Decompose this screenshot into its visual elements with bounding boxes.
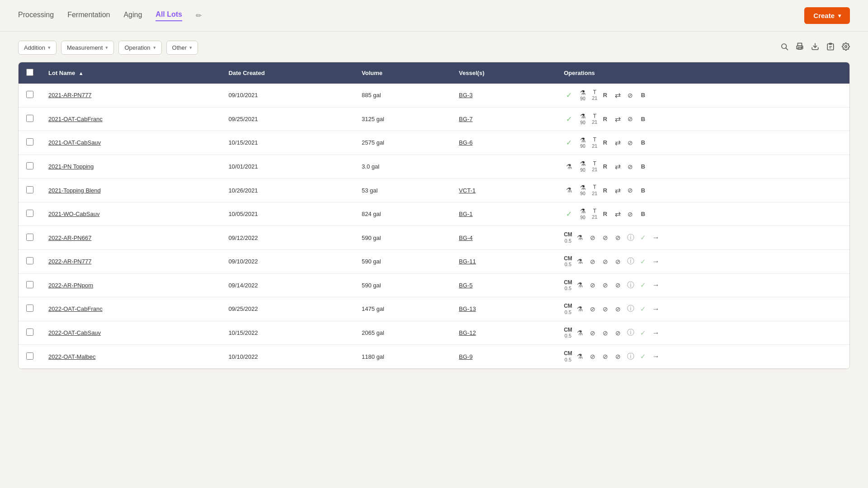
row-checkbox[interactable] — [26, 234, 33, 241]
target-icon-1[interactable]: ⊘ — [588, 304, 598, 314]
lot-name-link[interactable]: 2022-AR-PN667 — [48, 235, 91, 241]
flask-icon[interactable]: ⚗ — [580, 160, 586, 167]
flask-icon[interactable]: ⚗ — [575, 233, 585, 243]
lot-name-link[interactable]: 2021-AR-PN777 — [48, 92, 91, 99]
circle-question-icon[interactable]: ⓘ — [626, 328, 636, 338]
transfer-icon[interactable]: ⇄ — [613, 162, 623, 172]
search-icon[interactable] — [780, 42, 788, 53]
col-lot-name[interactable]: Lot Name ▲ — [41, 62, 221, 84]
check-icon[interactable]: ✓ — [564, 138, 574, 148]
target-icon-1[interactable]: ⊘ — [588, 280, 598, 290]
b-icon[interactable]: B — [638, 209, 648, 219]
flask-icon[interactable]: ⚗ — [575, 257, 585, 267]
lot-name-link[interactable]: 2021-OAT-CabSauv — [48, 139, 101, 146]
print-icon[interactable] — [796, 42, 804, 53]
check-icon[interactable]: ✓ — [564, 114, 574, 124]
check-icon[interactable]: ✓ — [638, 257, 648, 267]
target-icon-1[interactable]: ⊘ — [588, 328, 598, 338]
check-icon[interactable]: ✓ — [564, 90, 574, 100]
flask-icon[interactable]: ⚗ — [580, 184, 586, 191]
flask-icon[interactable]: ⚗ — [575, 304, 585, 314]
target-icon-3[interactable]: ⊘ — [613, 352, 623, 361]
lot-name-link[interactable]: 2021-Topping Blend — [48, 187, 101, 194]
target-icon-1[interactable]: ⊘ — [588, 233, 598, 243]
flask-solo-icon[interactable]: ⚗ — [564, 162, 574, 172]
row-checkbox[interactable] — [26, 305, 33, 312]
target-icon[interactable]: ⊘ — [625, 209, 635, 219]
target-icon-2[interactable]: ⊘ — [600, 233, 610, 243]
row-checkbox[interactable] — [26, 186, 33, 193]
vessel-link[interactable]: BG-7 — [459, 116, 472, 122]
lot-name-link[interactable]: 2022-AR-PNpom — [48, 282, 93, 289]
flask-icon[interactable]: ⚗ — [580, 113, 586, 120]
transfer-icon[interactable]: ⇄ — [613, 90, 623, 100]
target-icon-3[interactable]: ⊘ — [613, 257, 623, 267]
row-checkbox[interactable] — [26, 328, 33, 336]
r-icon[interactable]: R — [600, 138, 610, 148]
edit-icon[interactable]: ✏ — [196, 11, 202, 20]
target-icon[interactable]: ⊘ — [625, 138, 635, 148]
target-icon-2[interactable]: ⊘ — [600, 328, 610, 338]
lot-name-link[interactable]: 2021-OAT-CabFranc — [48, 116, 103, 122]
row-checkbox[interactable] — [26, 281, 33, 288]
target-icon-3[interactable]: ⊘ — [613, 280, 623, 290]
target-icon-3[interactable]: ⊘ — [613, 233, 623, 243]
filter-measurement[interactable]: Measurement ▾ — [61, 41, 114, 55]
circle-question-icon[interactable]: ⓘ — [626, 257, 636, 267]
row-checkbox[interactable] — [26, 115, 33, 122]
r-icon[interactable]: R — [600, 114, 610, 124]
target-icon-3[interactable]: ⊘ — [613, 304, 623, 314]
target-icon-2[interactable]: ⊘ — [600, 352, 610, 361]
flask-icon[interactable]: ⚗ — [580, 137, 586, 144]
flask-icon[interactable]: ⚗ — [575, 352, 585, 361]
arrow-right-icon[interactable]: → — [651, 304, 661, 314]
filter-addition[interactable]: Addition ▾ — [18, 41, 57, 55]
b-icon[interactable]: B — [638, 114, 648, 124]
lot-name-link[interactable]: 2022-OAT-CabSauv — [48, 329, 101, 336]
check-icon[interactable]: ✓ — [638, 233, 648, 243]
r-icon[interactable]: R — [600, 185, 610, 195]
row-checkbox[interactable] — [26, 257, 33, 264]
nav-all-lots[interactable]: All Lots — [156, 10, 182, 21]
vessel-link[interactable]: BG-4 — [459, 235, 472, 241]
settings-icon[interactable] — [842, 42, 850, 53]
check-icon[interactable]: ✓ — [638, 328, 648, 338]
vessel-link[interactable]: BG-5 — [459, 282, 472, 289]
target-icon[interactable]: ⊘ — [625, 162, 635, 172]
vessel-link[interactable]: BG-6 — [459, 139, 472, 146]
lot-name-link[interactable]: 2022-OAT-Malbec — [48, 353, 96, 360]
check-icon[interactable]: ✓ — [564, 209, 574, 219]
circle-question-icon[interactable]: ⓘ — [626, 304, 636, 314]
vessel-link[interactable]: BG-3 — [459, 92, 472, 99]
arrow-right-icon[interactable]: → — [651, 352, 661, 361]
b-icon[interactable]: B — [638, 138, 648, 148]
check-icon[interactable]: ✓ — [638, 304, 648, 314]
r-icon[interactable]: R — [600, 90, 610, 100]
target-icon[interactable]: ⊘ — [625, 185, 635, 195]
r-icon[interactable]: R — [600, 209, 610, 219]
transfer-icon[interactable]: ⇄ — [613, 209, 623, 219]
flask-icon[interactable]: ⚗ — [580, 89, 586, 96]
arrow-right-icon[interactable]: → — [651, 233, 661, 243]
target-icon[interactable]: ⊘ — [625, 114, 635, 124]
flask-icon[interactable]: ⚗ — [575, 280, 585, 290]
vessel-link[interactable]: BG-11 — [459, 258, 476, 265]
flask-solo-icon[interactable]: ⚗ — [564, 185, 574, 195]
lot-name-link[interactable]: 2022-AR-PN777 — [48, 258, 91, 265]
vessel-link[interactable]: VCT-1 — [459, 187, 476, 194]
target-icon[interactable]: ⊘ — [625, 90, 635, 100]
filter-operation[interactable]: Operation ▾ — [118, 41, 161, 55]
transfer-icon[interactable]: ⇄ — [613, 114, 623, 124]
row-checkbox[interactable] — [26, 352, 33, 360]
clipboard-icon[interactable] — [826, 42, 835, 53]
b-icon[interactable]: B — [638, 162, 648, 172]
nav-aging[interactable]: Aging — [123, 11, 142, 21]
arrow-right-icon[interactable]: → — [651, 328, 661, 338]
download-icon[interactable] — [811, 42, 819, 53]
check-icon[interactable]: ✓ — [638, 280, 648, 290]
circle-question-icon[interactable]: ⓘ — [626, 352, 636, 361]
target-icon-2[interactable]: ⊘ — [600, 280, 610, 290]
row-checkbox[interactable] — [26, 162, 33, 169]
vessel-link[interactable]: BG-1 — [459, 211, 472, 217]
nav-fermentation[interactable]: Fermentation — [67, 11, 110, 21]
